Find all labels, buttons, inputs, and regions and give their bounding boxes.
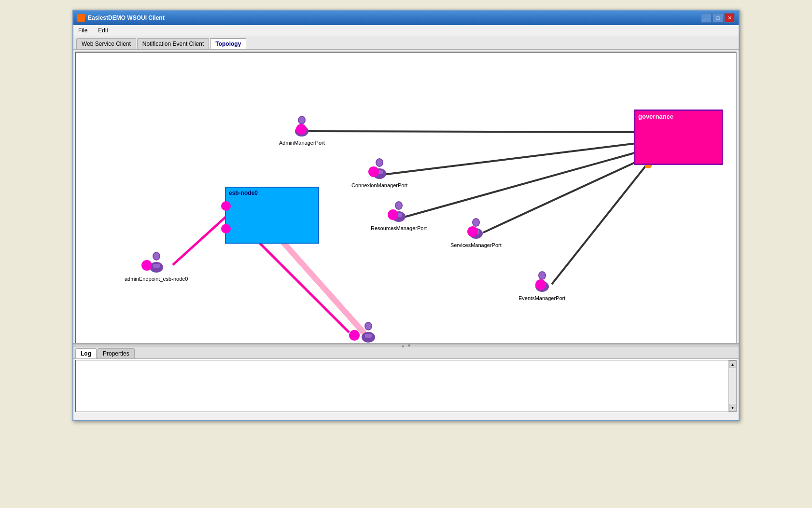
svg-point-29 <box>473 219 479 226</box>
connexion-manager-port-label: ConnexionManagerPort <box>351 182 407 188</box>
main-window: EasiestDEMO WSOUI Client ─ □ ✕ File Edit… <box>72 10 740 421</box>
admin-manager-port-dot <box>296 124 307 135</box>
title-bar-left: EasiestDEMO WSOUI Client <box>77 14 165 22</box>
main-content: governance esb-node0 <box>75 52 737 360</box>
admin-manager-port-label: AdminManagerPort <box>279 140 325 146</box>
title-buttons: ─ □ ✕ <box>701 13 735 23</box>
svg-line-4 <box>552 163 648 284</box>
services-manager-port-node[interactable]: ServicesManagerPort <box>450 217 502 248</box>
events-manager-port-dot <box>535 279 546 290</box>
esb-node0-box[interactable]: esb-node0 <box>225 187 319 244</box>
esb-node0-label: esb-node0 <box>226 188 318 198</box>
connexion-manager-port-dot <box>368 166 379 177</box>
scroll-down-button[interactable]: ▼ <box>729 404 737 412</box>
bottom-tab-bar: Log Properties <box>73 347 739 359</box>
esb-node0-dot-2 <box>221 224 231 233</box>
esb-node0-dot-1 <box>221 201 231 211</box>
resources-manager-port-label: ResourcesManagerPort <box>371 225 427 231</box>
scroll-track <box>729 368 736 404</box>
services-manager-port-dot <box>467 226 478 237</box>
maximize-button[interactable]: □ <box>713 13 723 23</box>
close-button[interactable]: ✕ <box>724 13 735 23</box>
minimize-button[interactable]: ─ <box>701 13 712 23</box>
tab-topology[interactable]: Topology <box>210 38 246 49</box>
bottom-panel: ▲ ▼ Log Properties ▲ ▼ <box>73 343 739 420</box>
menu-file[interactable]: File <box>76 26 89 35</box>
tab-log[interactable]: Log <box>75 348 97 358</box>
svg-line-2 <box>401 149 648 218</box>
resources-manager-port-dot <box>388 209 398 220</box>
svg-point-17 <box>299 117 305 124</box>
events-manager-port-node[interactable]: EventsManagerPort <box>518 270 565 301</box>
window-title: EasiestDEMO WSOUI Client <box>88 14 165 21</box>
admin-endpoint-label: adminEndpoint_esb-node0 <box>125 276 188 282</box>
svg-rect-38 <box>153 264 160 268</box>
svg-point-37 <box>154 253 159 260</box>
svg-line-1 <box>383 142 648 175</box>
resources-endpoint-person-icon <box>359 320 378 343</box>
tab-web-service-client[interactable]: Web Service Client <box>76 38 136 49</box>
menu-edit[interactable]: Edit <box>96 26 110 35</box>
svg-point-25 <box>396 202 402 209</box>
title-bar: EasiestDEMO WSOUI Client ─ □ ✕ <box>73 11 739 25</box>
tab-properties[interactable]: Properties <box>98 348 135 358</box>
app-icon <box>77 14 85 22</box>
governance-label: governance <box>635 111 722 122</box>
events-manager-port-label: EventsManagerPort <box>518 295 565 301</box>
svg-line-7 <box>248 231 349 332</box>
svg-point-41 <box>365 323 371 330</box>
svg-point-33 <box>539 272 545 279</box>
scroll-up-button[interactable]: ▲ <box>729 360 737 368</box>
tab-notification-event-client[interactable]: Notification Event Client <box>137 38 209 49</box>
svg-rect-42 <box>365 334 372 338</box>
topology-canvas: governance esb-node0 <box>76 53 736 360</box>
admin-endpoint-node[interactable]: adminEndpoint_esb-node0 <box>125 250 188 282</box>
connexion-manager-port-node[interactable]: ConnexionManagerPort <box>351 157 407 188</box>
bottom-content-area: ▲ ▼ <box>75 360 737 412</box>
svg-line-0 <box>308 131 648 132</box>
resources-manager-port-node[interactable]: ResourcesManagerPort <box>371 200 427 231</box>
tab-bar: Web Service Client Notification Event Cl… <box>73 36 739 50</box>
svg-line-3 <box>483 156 648 233</box>
scrollbar-vertical[interactable]: ▲ ▼ <box>728 360 736 412</box>
services-manager-port-label: ServicesManagerPort <box>450 242 502 248</box>
governance-node[interactable]: governance <box>634 110 723 165</box>
svg-point-21 <box>377 159 382 166</box>
menu-bar: File Edit <box>73 25 739 36</box>
resources-endpoint-dot <box>349 330 360 341</box>
admin-endpoint-dot <box>141 260 152 271</box>
admin-manager-port-node[interactable]: AdminManagerPort <box>279 114 325 146</box>
svg-line-5 <box>284 243 364 332</box>
